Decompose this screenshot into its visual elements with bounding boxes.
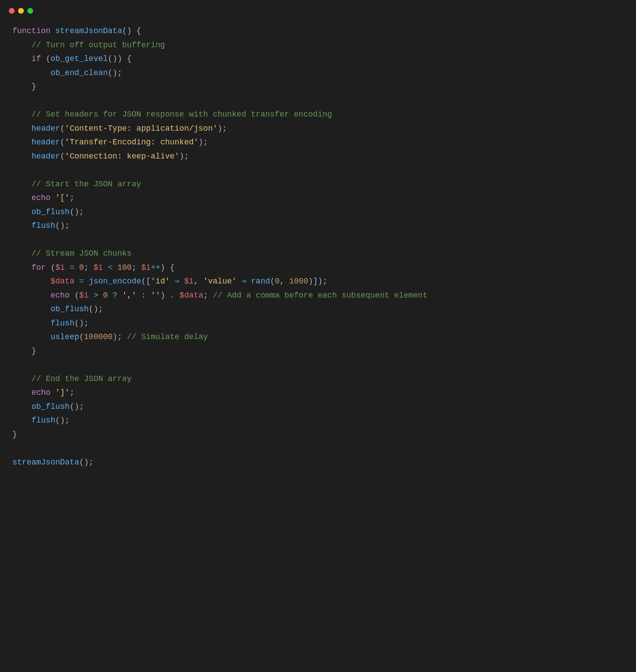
code-token: = [79,277,84,286]
code-line: header('Transfer-Encoding: chunked'); [12,136,624,150]
code-token: < [108,263,113,272]
code-token: . [170,291,175,300]
code-token: ( [46,263,56,272]
code-line: flush(); [12,219,624,233]
code-token: 1000 [289,277,308,286]
code-token [12,110,31,119]
code-token [237,277,242,286]
code-line: } [12,80,624,94]
code-token [12,332,50,341]
code-token: ⇒ [242,277,246,286]
code-token: $i [79,291,89,300]
close-icon[interactable] [9,8,15,14]
code-line: // Start the JSON array [12,177,624,192]
code-token [65,263,70,272]
code-token: $data [179,291,203,300]
code-token: // End the JSON array [31,374,132,383]
code-token [179,277,184,286]
code-token [12,208,31,216]
code-line: // Turn off output buffering [12,38,624,53]
code-token: ([ [141,277,151,286]
code-token: echo [31,193,50,202]
code-token: (); [89,305,103,313]
code-token: 100 [117,263,132,272]
code-line: function streamJsonData() { [12,24,624,38]
code-token: streamJsonData [12,458,79,467]
code-line: flush(); [12,317,624,331]
code-token: ( [60,138,65,147]
code-token: // Set headers for JSON response with ch… [31,110,332,119]
code-token: ob_flush [50,305,88,313]
code-line: usleep(100000); // Simulate delay [12,330,624,344]
code-token [12,68,50,77]
code-token: ( [270,277,275,286]
code-token [12,416,31,425]
code-token: (); [70,208,84,216]
code-token: '[' [55,193,69,202]
code-token [103,263,108,272]
code-token: () { [122,26,141,35]
code-token [12,319,50,328]
code-token [170,277,175,286]
code-token: (); [79,458,93,467]
code-token: , [194,277,204,286]
code-token [12,347,31,355]
code-token [12,249,31,258]
code-token: $i [55,263,65,272]
code-token: streamJsonData [55,26,122,35]
code-token: header [31,124,60,133]
code-token: (); [55,416,69,425]
code-token: 0 [275,277,280,286]
code-token [246,277,251,286]
code-token [12,82,31,91]
code-token: $i [184,277,194,286]
code-token: ; [70,388,75,397]
window-titlebar [0,0,636,18]
code-token: ( [60,124,65,133]
code-line: $data = json_encode(['id' ⇒ $i, 'value' … [12,275,624,289]
code-line: ob_flush(); [12,400,624,414]
code-token: ; [84,263,94,272]
code-token: ); [179,152,189,161]
code-token: (); [74,319,88,328]
code-token [89,291,94,300]
code-token: ']' [55,388,69,397]
code-token [12,193,31,202]
code-token [74,263,79,272]
code-token [84,277,89,286]
code-token [12,54,31,63]
code-token: header [31,138,60,147]
code-line [12,442,624,456]
code-token: if [31,54,41,63]
code-token: ( [70,291,80,300]
code-token: 'Transfer-Encoding: chunked' [65,138,198,147]
code-token: // Turn off output buffering [31,41,165,49]
code-token [50,193,55,202]
minimize-icon[interactable] [18,8,24,14]
code-token: // Start the JSON array [31,180,141,189]
code-line: echo '['; [12,191,624,205]
code-token: rand [251,277,270,286]
code-token: 0 [79,263,84,272]
code-line: // End the JSON array [12,372,624,386]
code-token: flush [31,221,55,230]
code-line: ob_flush(); [12,302,624,317]
code-editor[interactable]: function streamJsonData() { // Turn off … [0,18,636,487]
code-token: '' [151,291,160,300]
code-line [12,163,624,177]
code-token [12,263,31,272]
code-token: ; [203,291,213,300]
code-token: ob_end_clean [50,68,108,77]
code-token [113,263,117,272]
code-line: flush(); [12,414,624,428]
code-token: } [31,82,36,91]
code-token [12,388,31,397]
code-token: ) [160,291,170,300]
maximize-icon[interactable] [27,8,33,14]
code-token: flush [50,319,74,328]
code-line: // Set headers for JSON response with ch… [12,108,624,122]
code-token [74,277,79,286]
code-line: header('Content-Type: application/json')… [12,122,624,136]
code-token: 100000 [84,332,113,341]
code-token: ); [113,332,127,341]
